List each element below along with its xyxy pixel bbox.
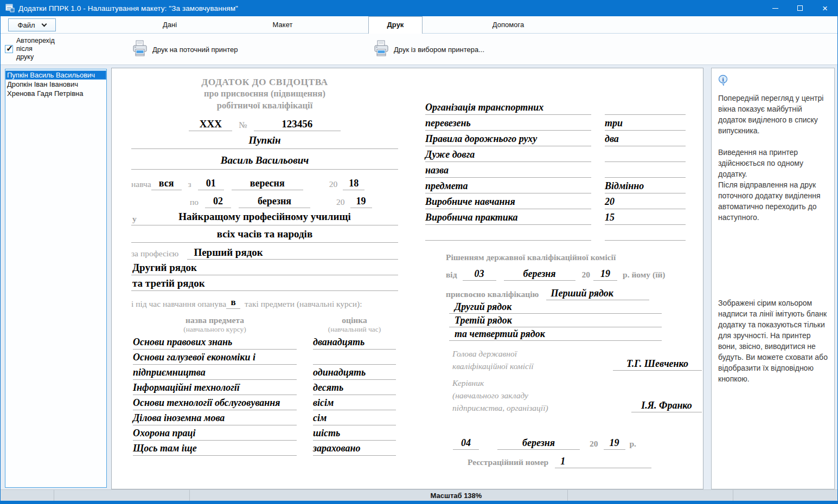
table-row: перевезень три	[425, 115, 702, 131]
subject-grade-field: шість	[313, 428, 396, 441]
table-row: Дуже довга	[425, 146, 702, 162]
director-name-field: І.Я. Франко	[631, 400, 702, 412]
issue-date-row: 04 березня 20 19 р.	[453, 436, 702, 450]
certificate-right-column: Організація транспортних перевезень три …	[425, 76, 702, 468]
tab-list: Дані Макет Друк Допомога	[113, 16, 565, 34]
maximize-button[interactable]	[788, 0, 813, 16]
institution-line-2: всіх часів та народів	[131, 225, 398, 243]
list-item[interactable]: Дропкін Іван Іванович	[5, 80, 106, 89]
tab[interactable]: Друк	[339, 16, 452, 34]
subject-name-field: Основи правових знань	[133, 337, 297, 350]
subject-name-field: назва	[425, 165, 591, 178]
table-row: Інформаційні технології десять	[133, 380, 398, 395]
series-number-row: XXX № 123456	[131, 115, 398, 131]
head-name-field: Т.Г. Шевченко	[613, 358, 702, 371]
issue-month-field: березня	[497, 437, 580, 450]
table-row: предмета Відмінно	[425, 178, 702, 193]
subject-grade-field	[605, 176, 686, 178]
registration-row: Реєстраційний номер 1	[468, 454, 702, 468]
statusbar-divider	[54, 490, 54, 501]
qualification-field-3: Третій рядок	[449, 314, 662, 327]
number-sign: №	[239, 120, 247, 131]
table-row: Ділова іноземна мова сім	[133, 410, 398, 425]
subject-name-field: Ділова іноземна мова	[133, 412, 297, 425]
print-current-button[interactable]: Друк на поточний принтер	[132, 40, 238, 59]
file-menu-button[interactable]: Файл	[8, 18, 56, 31]
close-button[interactable]: ×	[813, 0, 837, 16]
subject-grade-field: 20	[605, 196, 686, 209]
subject-grade-field	[313, 363, 396, 365]
menu-bar: Файл Дані Макет Друк Допомога	[1, 16, 837, 34]
minimize-button[interactable]	[763, 0, 788, 16]
profession-field-2: Другий рядок	[131, 260, 398, 275]
subject-grade-field: зараховано	[313, 443, 396, 456]
subject-name-field: предмета	[425, 180, 591, 193]
decision-year-field: 19	[593, 268, 617, 281]
decision-date-row: від 03 березня 20 19 р. йому (їй)	[446, 267, 702, 281]
subject-grade-field	[605, 239, 686, 241]
list-item[interactable]: Пупкін Василь Васильович	[5, 70, 106, 80]
subject-name-field: Інформаційні технології	[133, 382, 297, 395]
subject-grade-field: вісім	[313, 397, 396, 410]
autotransition-label: Автоперехід після друку	[16, 37, 55, 61]
app-window: Додатки ППРК 1.0 - Налаштування макету: …	[0, 0, 838, 504]
director-signature-row: Керівник (навчального закладу підприємст…	[452, 377, 702, 414]
subject-name-field: Охорона праці	[133, 428, 297, 441]
profession-label: за професією	[131, 249, 178, 260]
minimize-icon	[772, 8, 778, 9]
tab[interactable]: Дані	[113, 16, 226, 34]
decision-day-field: 03	[463, 268, 496, 281]
subject-name-field: підприємництва	[133, 367, 297, 380]
table-row: Правила дорожнього руху два	[425, 131, 702, 146]
autotransition-checkbox[interactable]: ✓	[5, 45, 13, 53]
decision-month-field: березня	[504, 268, 575, 281]
qualification-field-1: Перший рядок	[546, 288, 649, 300]
table-row: Виробнича практика 15	[425, 209, 702, 225]
from-month-field: вересня	[232, 178, 303, 190]
subject-grade-field: три	[605, 118, 686, 131]
from-day-field: 01	[198, 178, 224, 190]
autotransition-group: ✓ Автоперехід після друку	[5, 37, 55, 61]
issue-year-field: 19	[604, 437, 625, 450]
print-current-label: Друк на поточний принтер	[152, 46, 238, 54]
print-choose-button[interactable]: Друк із вибором принтера...	[374, 40, 484, 59]
info-icon: i	[718, 79, 728, 88]
maximize-icon	[797, 5, 803, 11]
subject-grade-field: одинадцять	[313, 367, 396, 380]
commission-line: Рішенням державної кваліфікаційної коміс…	[446, 253, 702, 262]
name-field: Василь Васильович	[131, 149, 398, 170]
tab[interactable]: Макет	[226, 16, 339, 34]
qualification-label: присвоєно кваліфікацію	[446, 289, 539, 300]
registration-number-field: 1	[555, 456, 651, 468]
from-year-field: 18	[343, 178, 364, 190]
surname-field: Пупкін	[131, 131, 398, 149]
info-text: Попередній перегляд у центрі вікна показ…	[718, 93, 828, 136]
info-panel: i Попередній перегляд у центрі вікна пок…	[711, 68, 835, 489]
students-list: Пупкін Василь Васильович Дропкін Іван Ів…	[5, 69, 107, 488]
profession-field-3: та третій рядок	[131, 275, 398, 291]
chevron-down-icon	[42, 21, 47, 27]
app-icon	[5, 4, 15, 12]
grade-column-subtitle: (навчальний час)	[313, 325, 396, 333]
subject-grade-field: сім	[313, 412, 396, 425]
info-blocks: Попередній перегляд у центрі вікна показ…	[718, 93, 828, 384]
in-label: у	[132, 214, 137, 224]
subject-name-field: Організація транспортних	[425, 102, 591, 115]
title-bar: Додатки ППРК 1.0 - Налаштування макету: …	[1, 0, 837, 16]
table-row: Основи технології обслуговування вісім	[133, 395, 398, 410]
table-row: Основи галузевої економіки і	[133, 350, 398, 365]
subject-column-subtitle: (навчального курсу)	[133, 325, 297, 333]
subject-grade-field: дванадцять	[313, 337, 396, 350]
registration-label: Реєстраційний номер	[468, 457, 548, 468]
certificate-title: ДОДАТОК ДО СВІДОЦТВА про присвоєння (під…	[131, 76, 398, 112]
to-month-field: березня	[239, 196, 310, 208]
list-item[interactable]: Хренова Гадя Петрівна	[5, 89, 106, 98]
subject-name-field: Основи галузевої економіки і	[133, 352, 297, 365]
subjects-table-header: назва предмета (навчального курсу) оцінк…	[133, 315, 398, 333]
zoom-level: Масштаб 138%	[380, 490, 532, 501]
tab[interactable]: Допомога	[452, 16, 565, 34]
study-ending-field: вся	[151, 178, 182, 190]
subject-column-title: назва предмета	[133, 315, 297, 325]
certificate-preview: ДОДАТОК ДО СВІДОЦТВА про присвоєння (під…	[111, 68, 703, 489]
status-bar: Масштаб 138%	[1, 489, 837, 501]
